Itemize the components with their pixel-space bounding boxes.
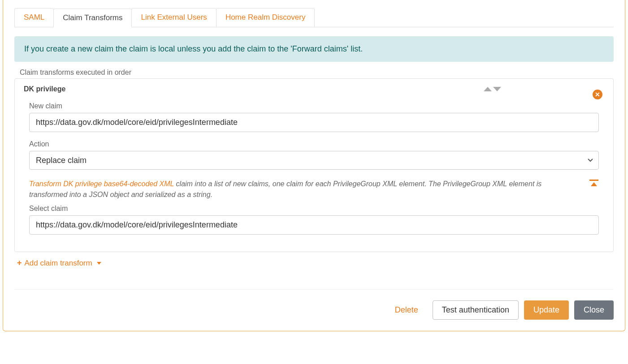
collapse-icon[interactable] (589, 179, 599, 189)
caret-down-icon (97, 262, 101, 265)
action-field: Action Replace claim (29, 140, 599, 170)
action-label: Action (29, 140, 599, 148)
footer-actions: Delete Test authentication Update Close (14, 289, 614, 320)
add-link-label: Add claim transform (25, 259, 92, 268)
move-up-icon[interactable] (484, 87, 492, 91)
card-body: New claim Action Replace claim Transform… (15, 93, 613, 252)
close-button[interactable]: Close (574, 300, 614, 320)
tab-saml[interactable]: SAML (14, 8, 54, 27)
select-claim-label: Select claim (29, 205, 599, 213)
help-link[interactable]: Transform DK privilege base64-decoded XM… (29, 180, 174, 188)
panel-container: SAML Claim Transforms Link External User… (3, 0, 625, 331)
select-claim-input[interactable] (29, 215, 599, 235)
claim-transform-card: DK privilege ✕ New claim Action Replace … (14, 78, 614, 252)
new-claim-input[interactable] (29, 113, 599, 132)
tab-bar: SAML Claim Transforms Link External User… (14, 0, 614, 27)
help-row: Transform DK privilege base64-decoded XM… (29, 179, 599, 200)
add-transform-row: + Add claim transform (17, 258, 614, 268)
svg-rect-0 (589, 180, 598, 181)
plus-icon: + (17, 258, 22, 268)
new-claim-label: New claim (29, 102, 599, 110)
test-authentication-button[interactable]: Test authentication (433, 300, 519, 320)
section-label: Claim transforms executed in order (20, 69, 614, 77)
delete-button[interactable]: Delete (386, 301, 427, 319)
update-button[interactable]: Update (524, 300, 569, 320)
action-select[interactable]: Replace claim (29, 151, 599, 170)
card-header: DK privilege (15, 79, 613, 93)
tab-home-realm-discovery[interactable]: Home Realm Discovery (216, 8, 315, 27)
select-claim-field: Select claim (29, 205, 599, 235)
tab-link-external-users[interactable]: Link External Users (131, 8, 216, 27)
info-banner: If you create a new claim the claim is l… (14, 36, 614, 62)
add-claim-transform-link[interactable]: + Add claim transform (17, 258, 101, 268)
reorder-controls (484, 87, 501, 91)
tab-claim-transforms[interactable]: Claim Transforms (53, 9, 132, 27)
card-title: DK privilege (24, 85, 65, 93)
new-claim-field: New claim (29, 102, 599, 132)
move-down-icon[interactable] (493, 87, 501, 91)
remove-icon[interactable]: ✕ (593, 90, 602, 99)
help-text: Transform DK privilege base64-decoded XM… (29, 179, 589, 200)
